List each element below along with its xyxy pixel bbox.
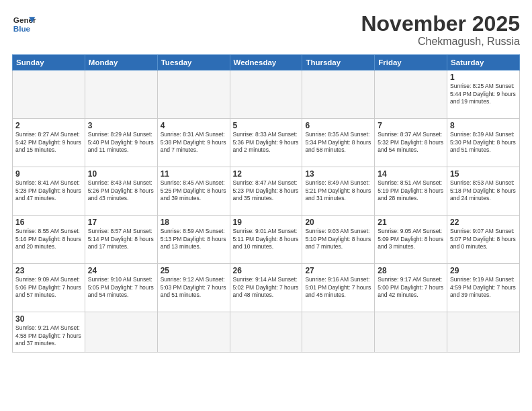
day-info: Sunrise: 9:14 AM Sunset: 5:02 PM Dayligh… <box>233 276 300 299</box>
month-title: November 2025 <box>361 12 520 36</box>
table-row: 9Sunrise: 8:41 AM Sunset: 5:28 PM Daylig… <box>13 167 85 216</box>
table-row: 7Sunrise: 8:37 AM Sunset: 5:32 PM Daylig… <box>375 119 447 167</box>
table-row <box>375 71 447 119</box>
day-number: 19 <box>233 218 300 227</box>
table-row: 26Sunrise: 9:14 AM Sunset: 5:02 PM Dayli… <box>230 264 302 312</box>
calendar-row: 23Sunrise: 9:09 AM Sunset: 5:06 PM Dayli… <box>13 264 520 312</box>
table-row: 2Sunrise: 8:27 AM Sunset: 5:42 PM Daylig… <box>13 119 85 167</box>
table-row: 28Sunrise: 9:17 AM Sunset: 5:00 PM Dayli… <box>375 264 447 312</box>
table-row: 23Sunrise: 9:09 AM Sunset: 5:06 PM Dayli… <box>13 264 85 312</box>
table-row: 20Sunrise: 9:03 AM Sunset: 5:10 PM Dayli… <box>302 216 375 264</box>
table-row: 29Sunrise: 9:19 AM Sunset: 4:59 PM Dayli… <box>447 264 520 312</box>
day-number: 24 <box>88 266 154 275</box>
day-info: Sunrise: 9:16 AM Sunset: 5:01 PM Dayligh… <box>305 276 371 299</box>
title-block: November 2025 Chekmagush, Russia <box>361 12 520 48</box>
table-row <box>375 312 447 353</box>
day-info: Sunrise: 8:27 AM Sunset: 5:42 PM Dayligh… <box>15 131 82 154</box>
day-info: Sunrise: 8:31 AM Sunset: 5:38 PM Dayligh… <box>161 131 227 154</box>
table-row <box>157 312 230 353</box>
day-number: 10 <box>88 169 154 179</box>
table-row: 24Sunrise: 9:10 AM Sunset: 5:05 PM Dayli… <box>85 264 157 312</box>
calendar-row: 16Sunrise: 8:55 AM Sunset: 5:16 PM Dayli… <box>13 216 520 264</box>
header-monday: Monday <box>85 55 157 71</box>
table-row: 12Sunrise: 8:47 AM Sunset: 5:23 PM Dayli… <box>230 167 302 216</box>
day-number: 8 <box>450 121 517 130</box>
header-saturday: Saturday <box>447 55 520 71</box>
calendar-row: 9Sunrise: 8:41 AM Sunset: 5:28 PM Daylig… <box>13 167 520 216</box>
table-row: 11Sunrise: 8:45 AM Sunset: 5:25 PM Dayli… <box>157 167 230 216</box>
day-number: 30 <box>15 314 82 324</box>
day-number: 12 <box>233 169 300 179</box>
day-info: Sunrise: 9:17 AM Sunset: 5:00 PM Dayligh… <box>378 276 444 299</box>
day-info: Sunrise: 9:09 AM Sunset: 5:06 PM Dayligh… <box>15 276 82 299</box>
day-info: Sunrise: 8:41 AM Sunset: 5:28 PM Dayligh… <box>15 179 82 202</box>
day-info: Sunrise: 9:05 AM Sunset: 5:09 PM Dayligh… <box>378 228 444 250</box>
day-number: 6 <box>305 121 371 130</box>
day-number: 14 <box>378 169 444 179</box>
day-number: 1 <box>450 73 517 82</box>
table-row: 1Sunrise: 8:25 AM Sunset: 5:44 PM Daylig… <box>447 71 520 119</box>
day-number: 7 <box>378 121 444 130</box>
table-row: 10Sunrise: 8:43 AM Sunset: 5:26 PM Dayli… <box>85 167 157 216</box>
table-row: 3Sunrise: 8:29 AM Sunset: 5:40 PM Daylig… <box>85 119 157 167</box>
table-row <box>230 71 302 119</box>
day-info: Sunrise: 8:39 AM Sunset: 5:30 PM Dayligh… <box>450 131 517 154</box>
day-number: 29 <box>450 266 517 275</box>
day-number: 23 <box>15 266 82 275</box>
day-number: 3 <box>88 121 154 130</box>
day-number: 27 <box>305 266 371 275</box>
table-row <box>13 71 85 119</box>
day-number: 16 <box>15 218 82 227</box>
day-info: Sunrise: 8:59 AM Sunset: 5:13 PM Dayligh… <box>161 228 227 250</box>
day-info: Sunrise: 8:25 AM Sunset: 5:44 PM Dayligh… <box>450 83 517 105</box>
day-number: 25 <box>161 266 227 275</box>
calendar-row: 1Sunrise: 8:25 AM Sunset: 5:44 PM Daylig… <box>13 71 520 119</box>
table-row: 15Sunrise: 8:53 AM Sunset: 5:18 PM Dayli… <box>447 167 520 216</box>
header-thursday: Thursday <box>302 55 375 71</box>
header-tuesday: Tuesday <box>157 55 230 71</box>
table-row: 25Sunrise: 9:12 AM Sunset: 5:03 PM Dayli… <box>157 264 230 312</box>
page: General Blue November 2025 Chekmagush, R… <box>0 0 532 411</box>
day-number: 28 <box>378 266 444 275</box>
logo-icon: General Blue <box>12 12 36 36</box>
table-row <box>302 312 375 353</box>
day-number: 20 <box>305 218 371 227</box>
day-info: Sunrise: 8:47 AM Sunset: 5:23 PM Dayligh… <box>233 179 300 202</box>
header-sunday: Sunday <box>13 55 85 71</box>
day-number: 26 <box>233 266 300 275</box>
day-info: Sunrise: 8:29 AM Sunset: 5:40 PM Dayligh… <box>88 131 154 154</box>
day-info: Sunrise: 9:07 AM Sunset: 5:07 PM Dayligh… <box>450 228 517 250</box>
day-number: 17 <box>88 218 154 227</box>
header-wednesday: Wednesday <box>230 55 302 71</box>
header: General Blue November 2025 Chekmagush, R… <box>12 12 520 48</box>
table-row: 4Sunrise: 8:31 AM Sunset: 5:38 PM Daylig… <box>157 119 230 167</box>
table-row: 5Sunrise: 8:33 AM Sunset: 5:36 PM Daylig… <box>230 119 302 167</box>
table-row <box>447 312 520 353</box>
calendar-row: 30Sunrise: 9:21 AM Sunset: 4:58 PM Dayli… <box>13 312 520 353</box>
day-info: Sunrise: 9:10 AM Sunset: 5:05 PM Dayligh… <box>88 276 154 299</box>
table-row: 21Sunrise: 9:05 AM Sunset: 5:09 PM Dayli… <box>375 216 447 264</box>
weekday-header-row: Sunday Monday Tuesday Wednesday Thursday… <box>13 55 520 71</box>
day-number: 15 <box>450 169 517 179</box>
day-number: 2 <box>15 121 82 130</box>
day-info: Sunrise: 8:45 AM Sunset: 5:25 PM Dayligh… <box>161 179 227 202</box>
table-row: 13Sunrise: 8:49 AM Sunset: 5:21 PM Dayli… <box>302 167 375 216</box>
table-row <box>230 312 302 353</box>
day-info: Sunrise: 8:35 AM Sunset: 5:34 PM Dayligh… <box>305 131 371 154</box>
day-number: 22 <box>450 218 517 227</box>
day-number: 4 <box>161 121 227 130</box>
day-number: 18 <box>161 218 227 227</box>
table-row: 16Sunrise: 8:55 AM Sunset: 5:16 PM Dayli… <box>13 216 85 264</box>
location-title: Chekmagush, Russia <box>361 36 520 48</box>
table-row: 14Sunrise: 8:51 AM Sunset: 5:19 PM Dayli… <box>375 167 447 216</box>
table-row <box>157 71 230 119</box>
day-info: Sunrise: 8:49 AM Sunset: 5:21 PM Dayligh… <box>305 179 371 202</box>
day-number: 5 <box>233 121 300 130</box>
table-row: 8Sunrise: 8:39 AM Sunset: 5:30 PM Daylig… <box>447 119 520 167</box>
header-friday: Friday <box>375 55 447 71</box>
table-row: 18Sunrise: 8:59 AM Sunset: 5:13 PM Dayli… <box>157 216 230 264</box>
table-row: 22Sunrise: 9:07 AM Sunset: 5:07 PM Dayli… <box>447 216 520 264</box>
day-info: Sunrise: 8:57 AM Sunset: 5:14 PM Dayligh… <box>88 228 154 250</box>
svg-text:Blue: Blue <box>13 24 31 33</box>
day-number: 13 <box>305 169 371 179</box>
